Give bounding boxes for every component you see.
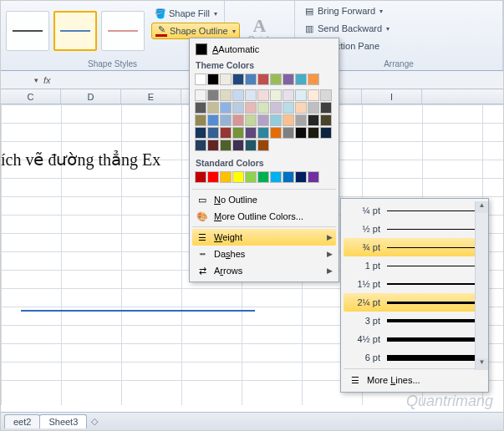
submenu-scrollbar[interactable]: ▲ ▼ (475, 201, 488, 370)
bring-forward-button[interactable]: ▤ Bring Forward ▾ (300, 3, 386, 19)
color-swatch[interactable] (295, 171, 307, 183)
weight-option[interactable]: 1 pt (344, 256, 486, 275)
color-swatch[interactable] (283, 74, 294, 85)
color-swatch[interactable] (283, 114, 294, 126)
color-swatch[interactable] (245, 89, 257, 101)
color-swatch[interactable] (257, 127, 269, 139)
color-swatch[interactable] (308, 171, 319, 183)
color-swatch[interactable] (257, 74, 269, 85)
color-swatch[interactable] (257, 139, 269, 151)
color-swatch[interactable] (308, 74, 319, 85)
send-backward-button[interactable]: ▥ Send Backward ▾ (300, 20, 393, 37)
color-swatch[interactable] (195, 139, 206, 151)
color-swatch[interactable] (270, 114, 282, 126)
color-swatch[interactable] (320, 89, 332, 101)
color-swatch[interactable] (270, 171, 282, 183)
color-swatch[interactable] (207, 139, 219, 151)
color-swatch[interactable] (232, 127, 244, 139)
weight-option[interactable]: 1½ pt (344, 275, 486, 293)
color-swatch[interactable] (220, 139, 232, 151)
column-header[interactable]: I (362, 89, 422, 104)
chevron-down-icon[interactable]: ▾ (34, 76, 38, 84)
more-lines[interactable]: ☰ More Lines... (344, 371, 486, 389)
color-swatch[interactable] (245, 171, 257, 183)
color-swatch[interactable] (320, 102, 332, 114)
weight-option[interactable]: 4½ pt (344, 330, 486, 348)
color-swatch[interactable] (295, 114, 307, 126)
color-swatch[interactable] (245, 74, 257, 85)
style-preset-2[interactable] (53, 11, 97, 51)
weight-option[interactable]: 2¼ pt (344, 293, 486, 312)
color-swatch[interactable] (232, 139, 244, 151)
color-swatch[interactable] (195, 74, 206, 85)
color-swatch[interactable] (195, 127, 206, 139)
automatic-color[interactable]: AAutomatic (192, 41, 336, 58)
color-swatch[interactable] (308, 114, 319, 126)
color-swatch[interactable] (220, 114, 232, 126)
color-swatch[interactable] (320, 127, 332, 139)
color-swatch[interactable] (257, 171, 269, 183)
color-swatch[interactable] (270, 102, 282, 114)
scroll-down-icon[interactable]: ▼ (476, 358, 488, 370)
color-swatch[interactable] (308, 127, 319, 139)
color-swatch[interactable] (232, 114, 244, 126)
color-swatch[interactable] (220, 102, 232, 114)
column-header[interactable]: D (61, 89, 121, 104)
color-swatch[interactable] (283, 127, 294, 139)
weight-option[interactable]: ¾ pt (344, 238, 486, 256)
color-swatch[interactable] (270, 74, 282, 85)
color-swatch[interactable] (232, 74, 244, 85)
sheet-tab-3[interactable]: Sheet3 (39, 414, 87, 428)
color-swatch[interactable] (207, 102, 219, 114)
style-preset-1[interactable] (6, 11, 49, 51)
color-swatch[interactable] (207, 127, 219, 139)
style-preset-3[interactable] (101, 11, 145, 51)
color-swatch[interactable] (245, 114, 257, 126)
color-swatch[interactable] (295, 89, 307, 101)
scroll-up-icon[interactable]: ▲ (476, 201, 488, 213)
fx-label[interactable]: fx (43, 75, 51, 85)
color-swatch[interactable] (283, 171, 294, 183)
column-header[interactable]: C (1, 89, 61, 104)
color-swatch[interactable] (195, 171, 206, 183)
column-header[interactable]: E (121, 89, 181, 104)
color-swatch[interactable] (245, 127, 257, 139)
color-swatch[interactable] (308, 102, 319, 114)
new-sheet-icon[interactable]: ◇ (91, 416, 98, 427)
color-swatch[interactable] (195, 114, 206, 126)
color-swatch[interactable] (257, 114, 269, 126)
weight-submenu-trigger[interactable]: ☰ Weight ▶ (192, 229, 336, 246)
more-outline-colors[interactable]: 🎨 More Outline Colors... (192, 208, 336, 225)
color-swatch[interactable] (220, 127, 232, 139)
color-swatch[interactable] (308, 89, 319, 101)
color-swatch[interactable] (207, 114, 219, 126)
color-swatch[interactable] (245, 102, 257, 114)
color-swatch[interactable] (195, 102, 206, 114)
color-swatch[interactable] (220, 171, 232, 183)
weight-option[interactable]: 3 pt (344, 312, 486, 330)
color-swatch[interactable] (245, 139, 257, 151)
color-swatch[interactable] (270, 127, 282, 139)
dashes-submenu-trigger[interactable]: ┉ Dashes ▶ (192, 246, 336, 262)
color-swatch[interactable] (320, 114, 332, 126)
color-swatch[interactable] (295, 102, 307, 114)
weight-option[interactable]: ¼ pt (344, 201, 486, 220)
weight-option[interactable]: 6 pt (344, 348, 486, 367)
no-outline[interactable]: ▭ No Outline (192, 191, 336, 208)
sheet-tab-2[interactable]: eet2 (4, 414, 40, 428)
color-swatch[interactable] (257, 89, 269, 101)
color-swatch[interactable] (207, 74, 219, 85)
color-swatch[interactable] (283, 102, 294, 114)
color-swatch[interactable] (232, 171, 244, 183)
color-swatch[interactable] (220, 74, 232, 85)
color-swatch[interactable] (270, 89, 282, 101)
drawn-shape-line[interactable] (21, 310, 255, 312)
color-swatch[interactable] (207, 171, 219, 183)
color-swatch[interactable] (232, 89, 244, 101)
color-swatch[interactable] (195, 89, 206, 101)
color-swatch[interactable] (295, 127, 307, 139)
weight-option[interactable]: ½ pt (344, 220, 486, 238)
color-swatch[interactable] (295, 74, 307, 85)
color-swatch[interactable] (283, 89, 294, 101)
color-swatch[interactable] (220, 89, 232, 101)
